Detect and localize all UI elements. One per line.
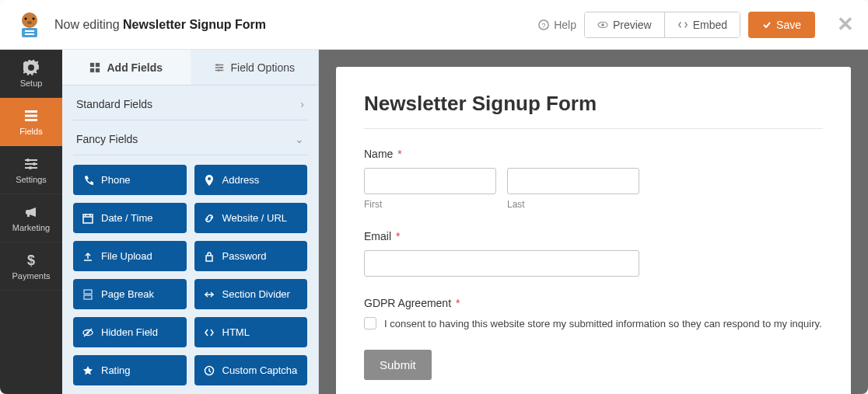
editing-title: Newsletter Signup Form bbox=[123, 18, 266, 31]
field-custom-captcha[interactable]: Custom Captcha bbox=[194, 355, 308, 385]
svg-point-1 bbox=[25, 17, 27, 19]
field-label: Website / URL bbox=[222, 212, 288, 224]
close-icon: ✕ bbox=[837, 12, 854, 36]
list-icon bbox=[23, 108, 39, 124]
svg-rect-26 bbox=[206, 256, 212, 261]
topbar: Now editing Newsletter Signup Form ? Hel… bbox=[0, 0, 868, 50]
divider bbox=[364, 128, 823, 129]
svg-text:?: ? bbox=[542, 21, 546, 29]
form-title: Newsletter Signup Form bbox=[364, 92, 823, 116]
field-rating[interactable]: Rating bbox=[73, 355, 187, 385]
required-mark: * bbox=[456, 297, 460, 309]
divider-icon bbox=[204, 289, 215, 300]
email-input[interactable] bbox=[364, 250, 639, 277]
svg-rect-11 bbox=[25, 110, 37, 113]
submit-button[interactable]: Submit bbox=[364, 350, 432, 380]
embed-button[interactable]: Embed bbox=[664, 12, 740, 37]
name-inputs: First Last bbox=[364, 168, 823, 210]
nav-setup[interactable]: Setup bbox=[0, 50, 62, 98]
pin-icon bbox=[204, 175, 215, 186]
standard-fields-label: Standard Fields bbox=[76, 98, 152, 110]
email-label: Email * bbox=[364, 230, 823, 242]
svg-rect-18 bbox=[90, 62, 94, 66]
code-icon bbox=[677, 19, 688, 30]
canvas-wrap: Newsletter Signup Form Name * First Last bbox=[319, 50, 868, 394]
first-name-input[interactable] bbox=[364, 168, 496, 194]
grid-icon bbox=[89, 62, 100, 73]
svg-rect-12 bbox=[25, 114, 37, 117]
field-label: Hidden Field bbox=[101, 326, 158, 338]
tab-options-label: Field Options bbox=[231, 61, 295, 74]
name-label: Name * bbox=[364, 148, 823, 160]
gdpr-text: I consent to having this website store m… bbox=[384, 318, 822, 329]
field-date-time[interactable]: Date / Time bbox=[73, 203, 187, 233]
field-label: Date / Time bbox=[101, 212, 152, 224]
nav-label: Settings bbox=[16, 175, 47, 184]
field-section-divider[interactable]: Section Divider bbox=[194, 279, 308, 309]
gdpr-row[interactable]: I consent to having this website store m… bbox=[364, 317, 823, 329]
field-label: Page Break bbox=[101, 288, 154, 300]
field-label: Section Divider bbox=[222, 288, 290, 300]
form-canvas: Newsletter Signup Form Name * First Last bbox=[336, 67, 851, 394]
gdpr-field: GDPR Agreement * I consent to having thi… bbox=[364, 297, 823, 329]
nav-label: Fields bbox=[19, 127, 42, 136]
nav-settings[interactable]: Settings bbox=[0, 146, 62, 194]
nav-label: Setup bbox=[20, 78, 43, 88]
svg-rect-4 bbox=[22, 28, 37, 37]
gdpr-label: GDPR Agreement * bbox=[364, 297, 823, 309]
field-file-upload[interactable]: File Upload bbox=[73, 241, 187, 271]
field-hidden-field[interactable]: Hidden Field bbox=[73, 317, 187, 347]
svg-point-23 bbox=[220, 66, 222, 68]
save-button[interactable]: Save bbox=[748, 12, 815, 38]
close-button[interactable]: ✕ bbox=[837, 12, 854, 37]
hidden-icon bbox=[82, 327, 93, 338]
field-html[interactable]: HTML bbox=[194, 317, 308, 347]
nav-payments[interactable]: $Payments bbox=[0, 242, 62, 291]
link-icon bbox=[204, 213, 215, 224]
svg-rect-6 bbox=[25, 33, 34, 35]
code-icon bbox=[204, 327, 215, 338]
svg-rect-5 bbox=[25, 30, 34, 32]
preview-embed-group: Preview Embed bbox=[584, 12, 740, 38]
preview-button[interactable]: Preview bbox=[585, 12, 664, 37]
field-address[interactable]: Address bbox=[194, 165, 308, 195]
fancy-fields-head[interactable]: Fancy Fields ⌄ bbox=[73, 120, 307, 155]
svg-point-14 bbox=[26, 159, 30, 162]
help-icon: ? bbox=[538, 19, 549, 30]
svg-point-16 bbox=[29, 166, 32, 169]
email-field: Email * bbox=[364, 230, 823, 277]
nav-label: Payments bbox=[12, 271, 51, 281]
svg-point-15 bbox=[33, 162, 36, 166]
star-icon bbox=[82, 365, 93, 376]
sliders-icon bbox=[214, 62, 225, 73]
left-nav: SetupFieldsSettingsMarketing$Payments bbox=[0, 50, 62, 394]
field-website-url[interactable]: Website / URL bbox=[194, 203, 308, 233]
tab-field-options[interactable]: Field Options bbox=[191, 50, 319, 85]
svg-point-2 bbox=[33, 17, 35, 19]
gdpr-checkbox[interactable] bbox=[364, 317, 376, 329]
first-sublabel: First bbox=[364, 199, 496, 210]
calendar-icon bbox=[82, 213, 93, 224]
panel-body[interactable]: Standard Fields › Fancy Fields ⌄ PhoneAd… bbox=[62, 85, 318, 394]
field-phone[interactable]: Phone bbox=[73, 165, 187, 195]
field-label: HTML bbox=[222, 326, 250, 338]
tab-add-label: Add Fields bbox=[107, 61, 163, 74]
pagebreak-icon bbox=[82, 289, 93, 300]
app-root: Now editing Newsletter Signup Form ? Hel… bbox=[0, 0, 868, 394]
check-icon bbox=[762, 20, 772, 30]
name-field: Name * First Last bbox=[364, 148, 823, 210]
tab-add-fields[interactable]: Add Fields bbox=[62, 50, 191, 85]
field-page-break[interactable]: Page Break bbox=[73, 279, 187, 309]
chevron-down-icon: ⌄ bbox=[295, 133, 304, 145]
standard-fields-head[interactable]: Standard Fields › bbox=[73, 85, 307, 120]
field-password[interactable]: Password bbox=[194, 241, 308, 271]
nav-fields[interactable]: Fields bbox=[0, 98, 62, 146]
last-name-input[interactable] bbox=[507, 168, 639, 194]
svg-point-3 bbox=[27, 21, 32, 24]
lock-icon bbox=[204, 251, 215, 262]
help-link[interactable]: ? Help bbox=[538, 19, 576, 31]
editing-prefix: Now editing bbox=[54, 18, 123, 31]
nav-marketing[interactable]: Marketing bbox=[0, 194, 62, 242]
save-label: Save bbox=[776, 19, 801, 31]
bullhorn-icon bbox=[23, 204, 39, 220]
